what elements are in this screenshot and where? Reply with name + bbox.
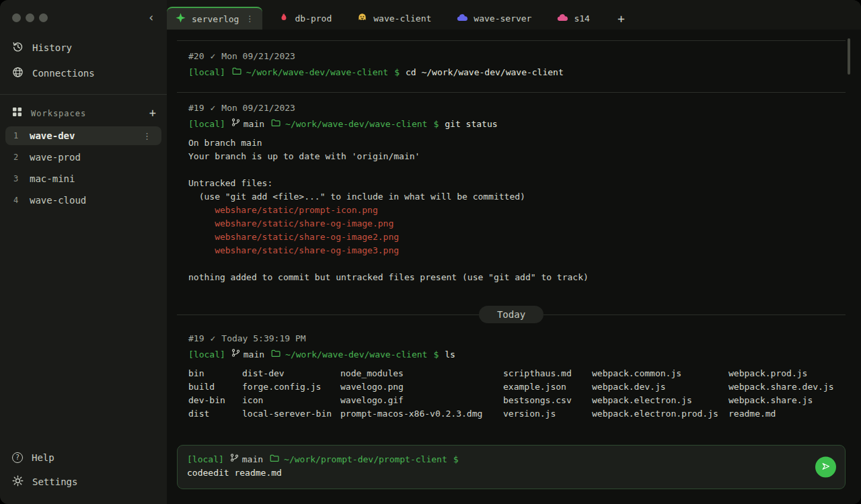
tab-wave-server[interactable]: wave-server xyxy=(448,7,540,30)
sidebar-item-settings[interactable]: Settings xyxy=(0,469,167,495)
output-line: Untracked files: xyxy=(188,177,846,190)
file-name: prompt-macos-x86-v0.2.3.dmg xyxy=(340,407,503,421)
sidebar-item-history[interactable]: History xyxy=(0,35,167,60)
entry-meta: #20 ✓ Mon 09/21/2023 xyxy=(188,50,846,63)
entry-date: Mon 09/21/2023 xyxy=(221,50,295,63)
blank-line xyxy=(188,257,846,271)
prompt-host: [local] xyxy=(188,118,225,131)
today-badge: Today xyxy=(479,306,544,323)
entry-meta: #19 ✓ Mon 09/21/2023 xyxy=(188,101,846,115)
input-prompt-line: [local] main xyxy=(187,453,804,466)
prompt-line: [local] main xyxy=(188,348,846,362)
file-name: bin xyxy=(188,367,242,380)
file-name: scripthaus.md xyxy=(503,367,592,380)
workspace-menu-icon[interactable]: ⋮ xyxy=(141,131,153,141)
blob-icon xyxy=(557,13,568,24)
file-name: webpack.electron.prod.js xyxy=(592,407,728,421)
command-output: On branch main Your branch is up to date… xyxy=(188,136,846,284)
check-icon: ✓ xyxy=(210,101,215,115)
scrollbar[interactable] xyxy=(848,38,850,75)
prompt-symbol: $ xyxy=(433,118,439,131)
history-entry-19: #19 ✓ Mon 09/21/2023 [local] main xyxy=(177,101,846,295)
file-name: forge.config.js xyxy=(242,380,340,394)
git-branch-icon xyxy=(231,348,240,362)
prompt-cwd: ~/work/wave-dev/wave-client xyxy=(285,348,427,362)
file-name: webpack.common.js xyxy=(592,367,728,380)
grid-icon xyxy=(12,107,22,120)
output-line: On branch main xyxy=(188,136,846,150)
sidebar-footer: ? Help Settings xyxy=(0,446,167,504)
blank-line xyxy=(188,163,846,177)
sidebar-collapse-icon[interactable]: ‹ xyxy=(145,11,157,24)
workspace-name: wave-dev xyxy=(30,130,75,141)
folder-icon xyxy=(269,453,280,466)
workspace-number: 2 xyxy=(13,153,30,162)
sidebar-item-connections[interactable]: Connections xyxy=(0,60,167,86)
output-line: Your branch is up to date with 'origin/m… xyxy=(188,150,846,163)
workspace-name: wave-cloud xyxy=(30,195,86,206)
maximize-button[interactable] xyxy=(39,13,48,22)
sidebar-spacer xyxy=(0,211,167,446)
sidebar-item-help[interactable]: ? Help xyxy=(0,446,167,469)
tab-label: s14 xyxy=(574,13,589,24)
sidebar-titlebar: ‹ xyxy=(0,0,167,35)
folder-icon xyxy=(270,348,281,362)
workspace-number: 1 xyxy=(13,131,30,140)
ls-row: dist local-serever-bin prompt-macos-x86-… xyxy=(188,407,846,421)
file-name: readme.md xyxy=(728,407,846,421)
untracked-file: webshare/static/share-og-image3.png xyxy=(188,244,846,257)
tab-label: serverlog xyxy=(192,14,239,24)
prompt-branch: main xyxy=(244,118,264,131)
entry-id: #19 xyxy=(188,101,204,115)
send-arrow-icon xyxy=(820,460,831,474)
workspace-item-wave-dev[interactable]: 1 wave-dev ⋮ xyxy=(5,126,161,145)
prompt-branch: main xyxy=(242,453,263,466)
history-entry-19-today: #19 ✓ Today 5:39:19 PM [local] main xyxy=(177,332,846,421)
file-name: example.json xyxy=(503,380,592,394)
prompt-host: [local] xyxy=(188,66,225,79)
today-divider: Today xyxy=(177,306,846,323)
minimize-button[interactable] xyxy=(26,13,34,22)
tab-label: wave-client xyxy=(373,13,431,24)
file-name: version.js xyxy=(503,407,592,421)
tab-menu-icon[interactable]: ⋮ xyxy=(246,14,254,24)
sidebar-item-label: Settings xyxy=(32,476,77,487)
tab-db-prod[interactable]: db-prod xyxy=(270,7,340,30)
check-icon: ✓ xyxy=(210,50,215,63)
workspace-name: wave-prod xyxy=(30,152,81,163)
workspaces-title: Workspaces xyxy=(31,109,86,118)
tab-bar: serverlog ⋮ db-prod wave-client xyxy=(167,0,861,30)
file-name: build xyxy=(188,380,242,394)
command-input[interactable]: [local] main xyxy=(177,445,846,489)
workspace-item-mac-mini[interactable]: 3 mac-mini xyxy=(5,169,161,188)
tab-serverlog[interactable]: serverlog ⋮ xyxy=(167,7,262,30)
main-panel: serverlog ⋮ db-prod wave-client xyxy=(167,0,861,504)
globe-icon xyxy=(12,67,24,80)
output-line: nothing added to commit but untracked fi… xyxy=(188,271,846,284)
tab-wave-client[interactable]: wave-client xyxy=(348,7,440,30)
check-icon: ✓ xyxy=(210,332,215,345)
prompt-symbol: $ xyxy=(453,453,459,466)
ls-row: bin dist-dev node_modules scripthaus.md … xyxy=(188,367,846,380)
entry-id: #19 xyxy=(188,332,204,345)
history-icon xyxy=(12,41,24,54)
divider xyxy=(544,314,846,315)
close-button[interactable] xyxy=(12,13,21,22)
file-name: wavelogo.gif xyxy=(340,394,503,407)
flame-icon xyxy=(279,12,289,24)
new-tab-button[interactable]: + xyxy=(612,7,630,30)
divider xyxy=(177,40,846,41)
entry-id: #20 xyxy=(188,50,204,63)
prompt-cwd: ~/work/wave-dev/wave-client xyxy=(285,118,427,131)
add-workspace-button[interactable]: + xyxy=(149,108,156,119)
send-button[interactable] xyxy=(815,457,836,478)
workspace-item-wave-cloud[interactable]: 4 wave-cloud xyxy=(5,191,161,210)
command-input-text[interactable]: codeedit readme.md xyxy=(187,466,804,480)
workspace-number: 4 xyxy=(13,196,30,205)
tab-s14[interactable]: s14 xyxy=(548,7,598,30)
workspace-item-wave-prod[interactable]: 2 wave-prod xyxy=(5,148,161,167)
sidebar-item-label: Help xyxy=(32,452,54,463)
command-text: git status xyxy=(445,118,497,131)
folder-icon xyxy=(231,66,242,79)
ghost-icon xyxy=(357,12,367,24)
